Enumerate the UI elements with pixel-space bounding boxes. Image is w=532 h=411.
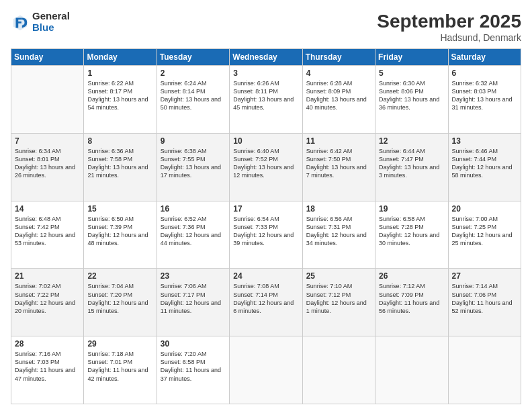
day-number: 25 bbox=[306, 271, 371, 281]
day-info: Sunrise: 7:00 AM Sunset: 7:25 PM Dayligh… bbox=[452, 215, 517, 248]
day-info: Sunrise: 7:08 AM Sunset: 7:14 PM Dayligh… bbox=[233, 282, 298, 315]
day-info: Sunrise: 7:12 AM Sunset: 7:09 PM Dayligh… bbox=[379, 282, 444, 315]
day-number: 23 bbox=[161, 271, 226, 281]
calendar-week-row: 14Sunrise: 6:48 AM Sunset: 7:42 PM Dayli… bbox=[11, 201, 521, 269]
calendar-cell bbox=[11, 66, 84, 134]
calendar-cell: 15Sunrise: 6:50 AM Sunset: 7:39 PM Dayli… bbox=[84, 201, 157, 269]
calendar-cell: 25Sunrise: 7:10 AM Sunset: 7:12 PM Dayli… bbox=[302, 269, 375, 336]
day-number: 30 bbox=[161, 339, 226, 349]
day-info: Sunrise: 6:56 AM Sunset: 7:31 PM Dayligh… bbox=[306, 215, 371, 248]
calendar-cell: 8Sunrise: 6:36 AM Sunset: 7:58 PM Daylig… bbox=[84, 133, 157, 201]
month-title: September 2025 bbox=[377, 11, 521, 32]
calendar-cell: 26Sunrise: 7:12 AM Sunset: 7:09 PM Dayli… bbox=[375, 269, 448, 336]
page: General Blue September 2025 Hadsund, Den… bbox=[0, 0, 532, 411]
day-number: 28 bbox=[15, 339, 80, 349]
header-thursday: Thursday bbox=[302, 49, 375, 66]
day-number: 10 bbox=[233, 136, 298, 146]
day-number: 27 bbox=[452, 271, 517, 281]
day-info: Sunrise: 6:42 AM Sunset: 7:50 PM Dayligh… bbox=[306, 147, 371, 180]
header: General Blue September 2025 Hadsund, Den… bbox=[11, 11, 521, 43]
calendar-cell bbox=[302, 336, 375, 404]
day-number: 13 bbox=[452, 136, 517, 146]
day-number: 17 bbox=[233, 204, 298, 214]
day-info: Sunrise: 6:44 AM Sunset: 7:47 PM Dayligh… bbox=[379, 147, 444, 180]
day-number: 18 bbox=[306, 204, 371, 214]
day-info: Sunrise: 6:40 AM Sunset: 7:52 PM Dayligh… bbox=[233, 147, 298, 180]
calendar-cell: 11Sunrise: 6:42 AM Sunset: 7:50 PM Dayli… bbox=[302, 133, 375, 201]
day-info: Sunrise: 6:52 AM Sunset: 7:36 PM Dayligh… bbox=[161, 215, 226, 248]
calendar-cell: 3Sunrise: 6:26 AM Sunset: 8:11 PM Daylig… bbox=[230, 66, 302, 134]
day-info: Sunrise: 6:54 AM Sunset: 7:33 PM Dayligh… bbox=[233, 215, 298, 248]
day-info: Sunrise: 7:20 AM Sunset: 6:58 PM Dayligh… bbox=[161, 350, 226, 383]
logo-icon bbox=[11, 13, 30, 32]
day-number: 22 bbox=[87, 271, 152, 281]
day-info: Sunrise: 6:36 AM Sunset: 7:58 PM Dayligh… bbox=[87, 147, 152, 180]
day-info: Sunrise: 6:24 AM Sunset: 8:14 PM Dayligh… bbox=[161, 79, 226, 112]
calendar-cell: 27Sunrise: 7:14 AM Sunset: 7:06 PM Dayli… bbox=[448, 269, 521, 336]
day-info: Sunrise: 6:48 AM Sunset: 7:42 PM Dayligh… bbox=[15, 215, 80, 248]
calendar: Sunday Monday Tuesday Wednesday Thursday… bbox=[11, 48, 521, 404]
logo-general: General bbox=[32, 11, 70, 22]
day-number: 20 bbox=[452, 204, 517, 214]
calendar-week-row: 1Sunrise: 6:22 AM Sunset: 8:17 PM Daylig… bbox=[11, 66, 521, 134]
calendar-cell: 1Sunrise: 6:22 AM Sunset: 8:17 PM Daylig… bbox=[84, 66, 157, 134]
calendar-cell: 5Sunrise: 6:30 AM Sunset: 8:06 PM Daylig… bbox=[375, 66, 448, 134]
calendar-cell: 6Sunrise: 6:32 AM Sunset: 8:03 PM Daylig… bbox=[448, 66, 521, 134]
header-sunday: Sunday bbox=[11, 49, 84, 66]
calendar-cell: 19Sunrise: 6:58 AM Sunset: 7:28 PM Dayli… bbox=[375, 201, 448, 269]
day-number: 6 bbox=[452, 68, 517, 78]
logo: General Blue bbox=[11, 11, 70, 33]
calendar-cell: 9Sunrise: 6:38 AM Sunset: 7:55 PM Daylig… bbox=[157, 133, 229, 201]
day-info: Sunrise: 6:58 AM Sunset: 7:28 PM Dayligh… bbox=[379, 215, 444, 248]
calendar-cell: 13Sunrise: 6:46 AM Sunset: 7:44 PM Dayli… bbox=[448, 133, 521, 201]
location: Hadsund, Denmark bbox=[377, 32, 521, 43]
calendar-cell: 7Sunrise: 6:34 AM Sunset: 8:01 PM Daylig… bbox=[11, 133, 84, 201]
calendar-cell: 2Sunrise: 6:24 AM Sunset: 8:14 PM Daylig… bbox=[157, 66, 229, 134]
day-number: 11 bbox=[306, 136, 371, 146]
calendar-cell: 4Sunrise: 6:28 AM Sunset: 8:09 PM Daylig… bbox=[302, 66, 375, 134]
day-number: 26 bbox=[379, 271, 444, 281]
day-info: Sunrise: 6:46 AM Sunset: 7:44 PM Dayligh… bbox=[452, 147, 517, 180]
day-info: Sunrise: 6:32 AM Sunset: 8:03 PM Dayligh… bbox=[452, 79, 517, 112]
day-number: 29 bbox=[87, 339, 152, 349]
calendar-cell: 22Sunrise: 7:04 AM Sunset: 7:20 PM Dayli… bbox=[84, 269, 157, 336]
header-saturday: Saturday bbox=[448, 49, 521, 66]
day-number: 2 bbox=[161, 68, 226, 78]
calendar-cell: 24Sunrise: 7:08 AM Sunset: 7:14 PM Dayli… bbox=[230, 269, 302, 336]
weekday-header-row: Sunday Monday Tuesday Wednesday Thursday… bbox=[11, 49, 521, 66]
calendar-cell: 21Sunrise: 7:02 AM Sunset: 7:22 PM Dayli… bbox=[11, 269, 84, 336]
day-number: 3 bbox=[233, 68, 298, 78]
day-number: 9 bbox=[161, 136, 226, 146]
logo-text: General Blue bbox=[32, 11, 70, 33]
day-number: 7 bbox=[15, 136, 80, 146]
day-info: Sunrise: 6:38 AM Sunset: 7:55 PM Dayligh… bbox=[161, 147, 226, 180]
header-monday: Monday bbox=[84, 49, 157, 66]
calendar-cell: 17Sunrise: 6:54 AM Sunset: 7:33 PM Dayli… bbox=[230, 201, 302, 269]
day-info: Sunrise: 6:50 AM Sunset: 7:39 PM Dayligh… bbox=[87, 215, 152, 248]
day-number: 21 bbox=[15, 271, 80, 281]
calendar-week-row: 28Sunrise: 7:16 AM Sunset: 7:03 PM Dayli… bbox=[11, 336, 521, 404]
logo-blue: Blue bbox=[32, 22, 70, 34]
calendar-cell bbox=[375, 336, 448, 404]
day-number: 19 bbox=[379, 204, 444, 214]
day-number: 24 bbox=[233, 271, 298, 281]
calendar-week-row: 21Sunrise: 7:02 AM Sunset: 7:22 PM Dayli… bbox=[11, 269, 521, 336]
calendar-cell: 14Sunrise: 6:48 AM Sunset: 7:42 PM Dayli… bbox=[11, 201, 84, 269]
calendar-cell: 29Sunrise: 7:18 AM Sunset: 7:01 PM Dayli… bbox=[84, 336, 157, 404]
day-info: Sunrise: 6:22 AM Sunset: 8:17 PM Dayligh… bbox=[87, 79, 152, 112]
calendar-week-row: 7Sunrise: 6:34 AM Sunset: 8:01 PM Daylig… bbox=[11, 133, 521, 201]
day-info: Sunrise: 7:02 AM Sunset: 7:22 PM Dayligh… bbox=[15, 282, 80, 315]
day-number: 14 bbox=[15, 204, 80, 214]
calendar-cell: 16Sunrise: 6:52 AM Sunset: 7:36 PM Dayli… bbox=[157, 201, 229, 269]
day-info: Sunrise: 7:10 AM Sunset: 7:12 PM Dayligh… bbox=[306, 282, 371, 315]
day-info: Sunrise: 6:26 AM Sunset: 8:11 PM Dayligh… bbox=[233, 79, 298, 112]
calendar-cell bbox=[230, 336, 302, 404]
day-info: Sunrise: 7:06 AM Sunset: 7:17 PM Dayligh… bbox=[161, 282, 226, 315]
calendar-cell: 12Sunrise: 6:44 AM Sunset: 7:47 PM Dayli… bbox=[375, 133, 448, 201]
day-number: 4 bbox=[306, 68, 371, 78]
day-number: 5 bbox=[379, 68, 444, 78]
calendar-cell: 20Sunrise: 7:00 AM Sunset: 7:25 PM Dayli… bbox=[448, 201, 521, 269]
day-info: Sunrise: 7:14 AM Sunset: 7:06 PM Dayligh… bbox=[452, 282, 517, 315]
day-number: 8 bbox=[87, 136, 152, 146]
calendar-cell: 18Sunrise: 6:56 AM Sunset: 7:31 PM Dayli… bbox=[302, 201, 375, 269]
